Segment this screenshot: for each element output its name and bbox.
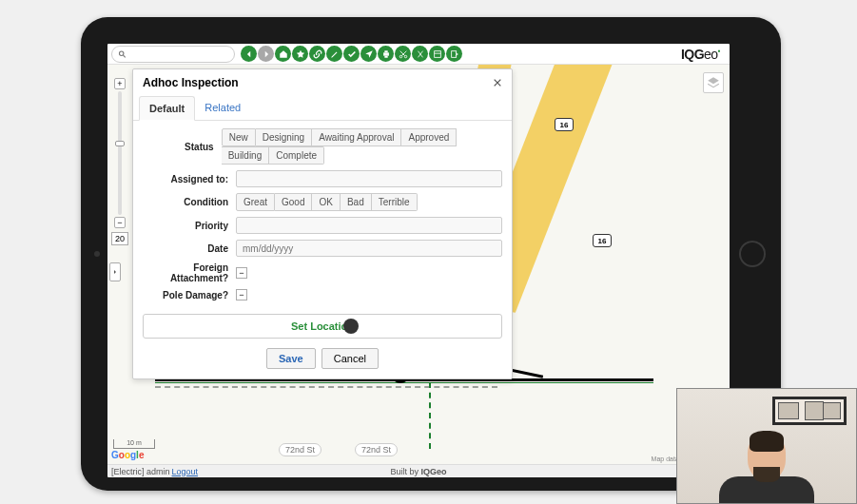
zoom-slider[interactable] — [118, 91, 122, 215]
zoom-in-button[interactable]: + — [114, 78, 126, 89]
layers-button[interactable] — [703, 72, 724, 93]
zoom-control: + − 20 — [113, 78, 127, 245]
map-scale: 10 m — [113, 439, 155, 449]
footer-bar: [Electric] admin Logout Built by IQGeo — [107, 464, 730, 477]
svg-rect-9 — [451, 50, 456, 57]
status-label: Status — [143, 142, 222, 152]
route-marker: 16 — [593, 234, 612, 247]
status-opt-approved[interactable]: Approved — [401, 128, 457, 146]
foreign-checkbox[interactable]: − — [236, 267, 247, 279]
search-icon — [118, 49, 127, 59]
export-button[interactable] — [446, 46, 462, 62]
logout-link[interactable]: Logout — [172, 467, 199, 476]
tab-related[interactable]: Related — [195, 96, 250, 120]
navigate-button[interactable] — [360, 46, 377, 62]
toolbar — [241, 46, 462, 62]
condition-opt-ok[interactable]: OK — [312, 193, 340, 211]
status-options: New Designing Awaiting Approval Approved… — [222, 128, 502, 165]
close-icon — [493, 78, 502, 87]
assigned-label: Assigned to: — [143, 174, 236, 184]
save-button[interactable]: Save — [266, 348, 316, 369]
svg-point-0 — [119, 51, 123, 55]
svg-rect-4 — [384, 55, 387, 57]
tab-default[interactable]: Default — [139, 96, 195, 121]
condition-opt-good[interactable]: Good — [275, 193, 312, 211]
status-opt-designing[interactable]: Designing — [256, 128, 312, 146]
form-body: Status New Designing Awaiting Approval A… — [133, 121, 512, 308]
modal-title: Adhoc Inspection — [143, 76, 239, 89]
svg-rect-2 — [383, 52, 389, 55]
svg-rect-7 — [434, 50, 440, 57]
panel-expand-toggle[interactable] — [109, 262, 121, 281]
location-cursor-icon — [343, 319, 359, 334]
tools-button[interactable] — [412, 46, 428, 62]
cancel-button[interactable]: Cancel — [321, 348, 379, 369]
zoom-out-button[interactable]: − — [114, 217, 126, 228]
app-screen: 16 16 72nd St 72nd St 10 m Google Map da… — [107, 44, 730, 477]
google-logo: Google — [111, 450, 144, 460]
forward-button[interactable] — [258, 46, 274, 62]
edit-button[interactable] — [326, 46, 342, 62]
star-button[interactable] — [292, 46, 308, 62]
footer-user: [Electric] admin — [111, 467, 170, 476]
condition-opt-bad[interactable]: Bad — [341, 193, 372, 211]
search-field[interactable] — [130, 48, 228, 60]
back-button[interactable] — [241, 46, 257, 62]
set-location-button[interactable]: Set Location — [143, 314, 502, 339]
date-label: Date — [143, 243, 236, 254]
zoom-level: 20 — [111, 232, 128, 245]
cut-button[interactable] — [395, 46, 411, 62]
date-input[interactable] — [236, 240, 502, 257]
street-label: 72nd St — [279, 443, 321, 456]
foreign-label: Foreign Attachment? — [143, 262, 236, 283]
presenter-webcam — [676, 388, 857, 504]
route-marker: 16 — [555, 118, 574, 131]
header-bar: IQGeo▪ — [107, 44, 730, 65]
close-button[interactable] — [493, 75, 502, 90]
assigned-input[interactable] — [236, 170, 502, 187]
status-opt-awaiting[interactable]: Awaiting Approval — [312, 128, 401, 146]
tablet-home-button[interactable] — [739, 241, 766, 267]
link-button[interactable] — [309, 46, 325, 62]
priority-label: Priority — [143, 221, 236, 231]
zoom-handle[interactable] — [115, 141, 125, 146]
print-button[interactable] — [378, 46, 394, 62]
pole-label: Pole Damage? — [143, 290, 236, 300]
condition-options: Great Good OK Bad Terrible — [236, 193, 418, 211]
chevron-right-icon — [112, 268, 118, 276]
status-opt-complete[interactable]: Complete — [269, 146, 324, 165]
street-label: 72nd St — [355, 443, 398, 456]
status-opt-building[interactable]: Building — [222, 146, 270, 165]
svg-rect-3 — [384, 50, 387, 52]
svg-line-1 — [124, 55, 126, 57]
brand-logo: IQGeo▪ — [681, 47, 726, 62]
inspection-modal: Adhoc Inspection Default Related Status … — [132, 68, 513, 379]
layers-icon — [707, 76, 720, 89]
home-button[interactable] — [275, 46, 291, 62]
condition-opt-great[interactable]: Great — [236, 193, 275, 211]
layout-button[interactable] — [429, 46, 445, 62]
check-button[interactable] — [343, 46, 360, 62]
condition-label: Condition — [143, 197, 236, 207]
search-input[interactable] — [111, 46, 235, 63]
footer-builtby: Built by IQGeo — [390, 467, 446, 476]
pole-checkbox[interactable]: − — [236, 289, 247, 300]
tablet-camera — [94, 251, 100, 257]
condition-opt-terrible[interactable]: Terrible — [372, 193, 418, 211]
status-opt-new[interactable]: New — [222, 128, 256, 146]
tab-bar: Default Related — [133, 96, 512, 121]
priority-input[interactable] — [236, 217, 502, 234]
